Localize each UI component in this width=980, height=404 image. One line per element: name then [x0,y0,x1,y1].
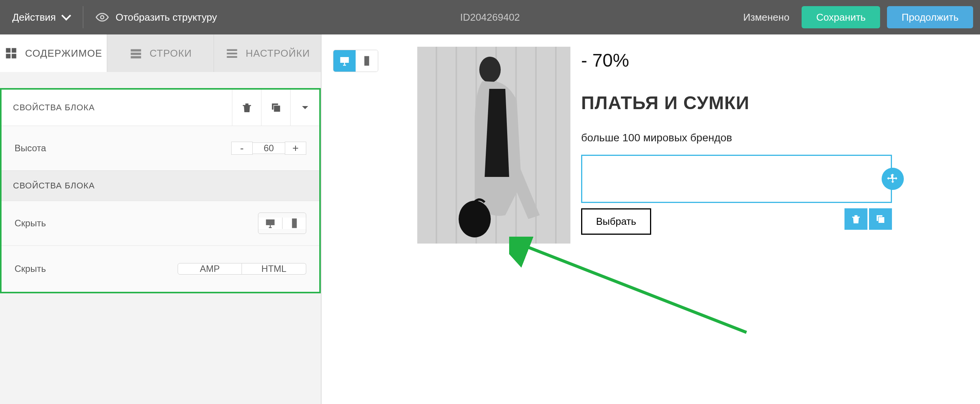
svg-point-2 [459,201,491,237]
duplicate-block-button[interactable] [261,90,290,126]
sliders-icon [225,46,239,60]
hide-amp-button[interactable]: AMP [178,263,242,275]
svg-point-0 [101,16,104,19]
show-structure-toggle[interactable]: Отобразить структуру [89,0,224,34]
annotation-arrow [509,237,754,336]
show-structure-label: Отобразить структуру [116,11,217,23]
hide-desktop-button[interactable] [258,218,282,229]
hide-format-toggle: AMP HTML [178,257,306,280]
tab-content[interactable]: СОДЕРЖИМОЕ [0,34,107,72]
height-row: Высота - 60 + [2,126,319,170]
document-id: ID204269402 [460,11,520,23]
tool-delete-button[interactable] [844,208,867,230]
selected-spacer-block[interactable] [581,155,892,203]
viewport-switch [333,50,378,72]
tab-rows[interactable]: СТРОКИ [107,34,214,72]
mobile-icon [361,55,372,67]
hide-mobile-button[interactable] [282,218,306,229]
properties-panel: СВОЙСТВА БЛОКА Высота - 60 + [0,88,321,293]
eye-icon [96,11,109,24]
panel-header: СВОЙСТВА БЛОКА [2,90,319,126]
svg-line-3 [521,244,746,332]
height-stepper: - 60 + [231,137,306,159]
block-tools [844,208,892,230]
topbar: Действия Отобразить структуру ID20426940… [0,0,980,34]
panel-title: СВОЙСТВА БЛОКА [2,103,232,113]
height-increment[interactable]: + [285,142,306,155]
tab-content-label: СОДЕРЖИМОЕ [25,47,102,59]
move-icon [887,173,899,185]
copy-icon [270,101,282,114]
collapse-panel-button[interactable] [290,90,319,126]
hide-device-label: Скрыть [15,218,258,229]
desktop-icon [265,218,276,229]
hide-device-row: Скрыть [2,201,319,245]
canvas: - 70% ПЛАТЬЯ И СУМКИ больше 100 мировых … [322,34,980,404]
product-image [417,47,570,244]
tab-settings-label: НАСТРОЙКИ [246,47,310,59]
chevron-down-icon [299,101,311,114]
actions-menu[interactable]: Действия [5,0,77,34]
viewport-mobile-button[interactable] [356,50,378,72]
main-area: СОДЕРЖИМОЕ СТРОКИ НАСТРОЙКИ СВОЙСТВА БЛО… [0,34,980,404]
delete-block-button[interactable] [232,90,261,126]
tab-rows-label: СТРОКИ [150,47,192,59]
actions-label: Действия [12,11,56,23]
discount-text: - 70% [581,50,892,71]
divider [83,6,83,28]
trash-icon [241,101,253,114]
mobile-icon [289,218,300,229]
rows-icon [129,46,143,60]
select-button[interactable]: Выбрать [581,208,651,235]
height-label: Высота [15,143,231,154]
grid-icon [4,46,18,60]
save-button[interactable]: Сохранить [802,6,880,28]
model-figure [448,54,547,238]
save-status: Изменено [743,11,790,23]
product-subtitle: больше 100 мировых брендов [581,132,892,144]
sidebar-tabs: СОДЕРЖИМОЕ СТРОКИ НАСТРОЙКИ [0,34,321,72]
hide-format-label: Скрыть [15,263,178,274]
viewport-desktop-button[interactable] [333,50,356,72]
hide-format-row: Скрыть AMP HTML [2,245,319,292]
chevron-down-icon [61,11,71,20]
sidebar: СОДЕРЖИМОЕ СТРОКИ НАСТРОЙКИ СВОЙСТВА БЛО… [0,34,322,404]
height-value[interactable]: 60 [253,142,285,154]
move-handle[interactable] [882,168,904,190]
hide-device-toggle [258,213,306,234]
product-info: - 70% ПЛАТЬЯ И СУМКИ больше 100 мировых … [581,47,892,244]
continue-button[interactable]: Продолжить [887,6,973,28]
panel-subheader: СВОЙСТВА БЛОКА [2,170,319,201]
product-title: ПЛАТЬЯ И СУМКИ [581,92,892,113]
hide-html-button[interactable]: HTML [242,263,306,275]
tool-duplicate-button[interactable] [869,208,892,230]
trash-icon [850,213,862,225]
height-decrement[interactable]: - [231,142,253,155]
copy-icon [875,213,886,225]
svg-point-1 [479,57,501,83]
desktop-icon [339,55,350,67]
below-selection-row: Выбрать [581,208,892,235]
product-block: - 70% ПЛАТЬЯ И СУМКИ больше 100 мировых … [417,47,892,244]
tab-settings[interactable]: НАСТРОЙКИ [214,34,321,72]
